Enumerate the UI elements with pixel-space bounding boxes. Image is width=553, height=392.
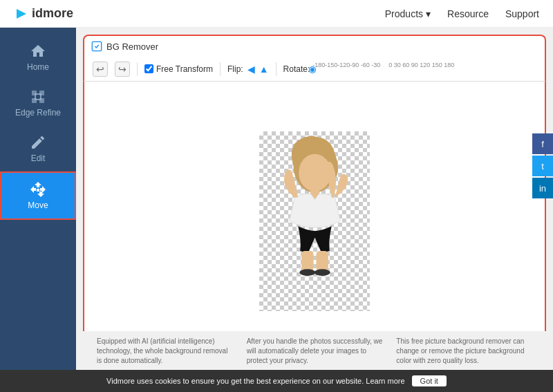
cookie-bar: Vidmore uses cookies to ensure you get t…: [0, 370, 553, 392]
linkedin-button[interactable]: in: [532, 178, 553, 198]
toolbar: ↩ ↪ Free Transform Flip: ◀ ▲ Rotate: -18…: [83, 57, 546, 82]
undo-button[interactable]: ↩: [93, 62, 108, 77]
bg-content: Equipped with AI (artificial intelligenc…: [76, 331, 553, 371]
image-container: [259, 131, 370, 311]
sidebar-item-home[interactable]: Home: [0, 35, 76, 80]
svg-point-7: [299, 269, 315, 276]
cookie-ok-button[interactable]: Got it: [412, 375, 447, 386]
cookie-message: Vidmore uses cookies to ensure you get t…: [106, 377, 405, 385]
home-icon: [30, 43, 46, 59]
bg-content-text-2: After you handle the photos successfully…: [247, 337, 383, 366]
nav-support[interactable]: Support: [505, 8, 539, 19]
flip-label: Flip:: [227, 64, 243, 74]
flip-vertical-icon[interactable]: ▲: [259, 64, 269, 75]
free-transform-text: Free Transform: [156, 64, 213, 74]
person-image: [261, 133, 368, 309]
edit-icon: [30, 134, 46, 151]
nav-products[interactable]: Products ▾: [385, 8, 431, 19]
sidebar-item-edit-label: Edit: [31, 153, 46, 163]
logo-text: idmore: [32, 6, 73, 21]
social-sidebar: f t in: [532, 133, 553, 198]
rotate-label: Rotate:: [283, 64, 310, 74]
bg-remover-icon: [91, 41, 102, 52]
bg-content-text-1: Equipped with AI (artificial intelligenc…: [97, 337, 233, 366]
facebook-button[interactable]: f: [532, 133, 553, 154]
bg-content-col-3: This free picture background remover can…: [389, 337, 539, 366]
twitter-button[interactable]: t: [532, 156, 553, 176]
toolbar-separator-1: [137, 62, 138, 76]
edge-refine-icon: [30, 88, 46, 105]
main-content: Home Edge Refine Edit Move: [0, 28, 553, 392]
svg-marker-0: [17, 9, 26, 19]
canvas-area: [83, 82, 546, 360]
toolbar-separator-2: [220, 62, 221, 76]
facebook-icon: f: [541, 139, 544, 149]
free-transform-label[interactable]: Free Transform: [144, 64, 213, 74]
sidebar-item-edit[interactable]: Edit: [0, 126, 76, 171]
bg-remover-title: BG Remover: [106, 41, 158, 52]
flip-horizontal-icon[interactable]: ◀: [247, 64, 255, 75]
nav-resource[interactable]: Resource: [447, 8, 489, 19]
sidebar-item-move-label: Move: [28, 200, 48, 210]
logo-icon: [14, 6, 29, 21]
bg-content-col-2: After you handle the photos successfully…: [240, 337, 390, 366]
chevron-down-icon: ▾: [426, 8, 431, 19]
sidebar-item-move[interactable]: Move: [0, 171, 76, 220]
bg-content-text-3: This free picture background remover can…: [396, 337, 532, 366]
free-transform-checkbox[interactable]: [144, 64, 153, 73]
redo-button[interactable]: ↪: [115, 62, 130, 77]
svg-rect-6: [316, 251, 328, 271]
twitter-icon: t: [541, 161, 544, 171]
flip-section: Flip: ◀ ▲: [227, 64, 269, 75]
person-silhouette: [259, 131, 370, 311]
sidebar: Home Edge Refine Edit Move: [0, 28, 76, 392]
logo: idmore: [14, 6, 73, 21]
svg-rect-5: [301, 251, 313, 271]
nav-links: Products ▾ Resource Support: [385, 8, 539, 19]
sidebar-item-edge-refine[interactable]: Edge Refine: [0, 80, 76, 126]
svg-rect-1: [92, 41, 101, 50]
sidebar-item-edge-label: Edge Refine: [15, 108, 61, 118]
rotate-section: Rotate: -180-150-120-90 -60 -30 0 30 60 …: [283, 62, 313, 77]
svg-point-3: [299, 154, 331, 192]
svg-point-8: [314, 269, 330, 276]
app-panel: BG Remover ↩ ↪ Free Transform Flip: ◀ ▲ …: [76, 28, 553, 392]
toolbar-separator-3: [276, 62, 276, 76]
header: idmore Products ▾ Resource Support: [0, 0, 553, 28]
bg-remover-bar: BG Remover: [83, 35, 546, 57]
move-icon: [30, 181, 46, 198]
linkedin-icon: in: [539, 183, 546, 194]
bg-content-col-1: Equipped with AI (artificial intelligenc…: [90, 337, 240, 366]
sidebar-item-home-label: Home: [27, 62, 49, 72]
